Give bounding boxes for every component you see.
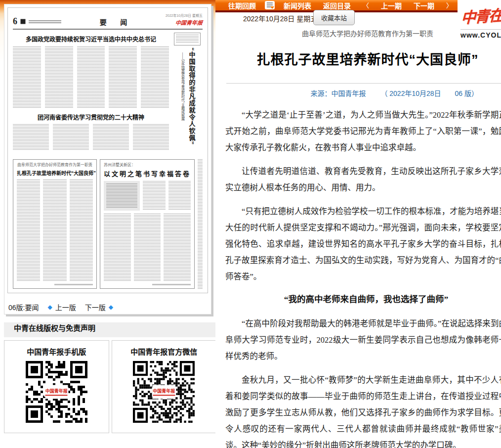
faux-text-column: [13, 46, 41, 109]
faux-text-column: [164, 214, 191, 281]
nav-item-past-issues[interactable]: 往期回顾: [228, 0, 256, 10]
article-issue-info: （ 2022年10月28日 06 版）: [380, 88, 478, 98]
prev-page-link[interactable]: ◆ 上一版: [47, 302, 76, 312]
faux-text-column: [53, 124, 89, 150]
qr-center-logo: 中国青年报: [152, 387, 176, 397]
vertical-article-kicker-box: [174, 33, 201, 45]
faux-text-column: [70, 179, 93, 281]
article-body: “大学之道是‘止于至善’之道，为人之师当做大先生。”2022年秋季新学期正式开始…: [215, 102, 501, 448]
nav-item-next-issue[interactable]: 下一期: [414, 0, 434, 10]
newspaper-page-image[interactable]: 6 要 闻 2022年10月28日 星期五 中国青年报 多国政党政要持续祝贺习近…: [7, 7, 208, 293]
newspaper-page-container: 6 要 闻 2022年10月28日 星期五 中国青年报 多国政党政要持续祝贺习近…: [4, 4, 211, 314]
paper-section-title: 要 闻: [94, 17, 133, 27]
faux-text-column: [198, 159, 203, 289]
box1-kicker: 曲阜师范大学把办好师范教育作为第一职责: [17, 163, 93, 168]
bookmark-site-button[interactable]: 收藏本站: [313, 10, 355, 25]
issue-list-icon[interactable]: [265, 1, 275, 9]
qr-box-mobile: 中国青年报手机版 中国青年报: [4, 340, 109, 433]
paper-article1-columns: [13, 46, 169, 109]
paper-headline-1: 多国政党政要持续祝贺习近平当选中共中央总书记: [13, 35, 169, 43]
faux-text-column: [13, 124, 49, 150]
article-subheading: “我的高中老师来自曲师，我也选择了曲师”: [225, 292, 501, 305]
article-paragraph: “大学之道是‘止于至善’之道，为人之师当做大先生。”2022年秋季新学期正式开始…: [225, 107, 501, 156]
site-logo[interactable]: 中青在线 www.CYOL.com: [458, 0, 501, 44]
paper-headline-2: 团河南省委传达学习贯彻党的二十大精神: [13, 113, 169, 121]
qr-center-logo: 中国青年报: [44, 387, 69, 397]
article-title: 扎根孔子故里培养新时代“大国良师”: [215, 49, 501, 68]
faux-text-column: [134, 214, 161, 281]
faux-text-column: [17, 179, 40, 281]
prev-issue-arrow-icon: 〈: [363, 0, 369, 10]
box2-headline: 以文明之笔书写幸福答卷: [104, 169, 191, 178]
article-source-row: 来源：中国青年报 （ 2022年10月28日 06 版）: [226, 83, 501, 98]
paper-page-number: 6: [13, 16, 17, 27]
copyright-heading: 中青在线版权与免责声明: [4, 322, 216, 337]
faux-text-column: [93, 124, 129, 150]
box1-headline: 扎根孔子故里培养新时代“大国良师”: [17, 169, 93, 177]
box1-byline: [54, 284, 93, 285]
paper-date-line: 2022年10月28日 星期五: [166, 13, 203, 18]
qr-wechat-title: 中国青年报官方微信: [112, 346, 216, 357]
newspaper-preview-panel: 6 要 闻 2022年10月28日 星期五 中国青年报 多国政党政要持续祝贺习近…: [0, 0, 215, 448]
faux-text-column: [43, 179, 66, 281]
site-logo-url: www.CYOL.com: [460, 29, 501, 39]
nav-item-back-to-contents[interactable]: 返回目录: [323, 0, 351, 10]
faux-text-column: [141, 46, 169, 109]
paper-article-box-2: 苏州浒墅关新区： 以文明之笔书写幸福答卷: [100, 159, 195, 289]
paper-article-box-1: 曲阜师范大学把办好师范教育作为第一职责 扎根孔子故里培养新时代“大国良师”: [13, 159, 97, 289]
faux-text-column: [109, 46, 137, 109]
header-date: 2022年10月28日 星期五: [243, 13, 317, 23]
next-page-link[interactable]: 下一版 ◆: [85, 302, 113, 312]
article-paragraph: 金秋九月，又一批心怀“教师梦”的大学新生走进曲阜师大，其中不少人有着和姜同学类似…: [225, 372, 501, 448]
article-paragraph: “在高中阶段对我帮助最大的韩港老师就是毕业于曲师。”在说起选择来到曲阜师大学习师…: [225, 315, 501, 364]
faux-text-column: [45, 46, 73, 109]
paper-vertical-subtitle: ——记外国嘉宾参观“奋进新时代”主题成就展: [181, 52, 185, 121]
paper-masthead-row: 6 要 闻 2022年10月28日 星期五 中国青年报: [13, 12, 203, 30]
qr-mobile-title: 中国青年报手机版: [4, 346, 109, 357]
article-paragraph: 让传道者先明道信道、教育者先受教育，生动反映出这所孔子家乡大学落实立德树人根本任…: [225, 163, 501, 196]
faux-text-column: [133, 124, 169, 150]
masthead-info-lines: [29, 19, 61, 24]
next-diamond-icon: ◆: [109, 304, 113, 311]
faux-text-column: [77, 46, 105, 109]
nav-item-prev-issue[interactable]: 上一期: [381, 0, 402, 10]
nav-item-news-list[interactable]: 新闻列表: [284, 0, 311, 10]
box2-quote-box: [104, 181, 140, 211]
article-source: 来源：中国青年报: [310, 88, 366, 98]
next-issue-arrow-icon: 〉: [446, 0, 453, 10]
box2-byline: [152, 284, 191, 285]
qr-box-wechat: 中国青年报官方微信 中国青年报: [112, 340, 217, 433]
site-logo-text: 中青在线: [457, 1, 501, 28]
faux-text-column: [168, 181, 191, 211]
box2-kicker: 苏州浒墅关新区：: [104, 163, 191, 168]
article-paragraph: “只有把立德树人成效作为检验学校一切工作的根本标准，才能为培养堪当大任的时代新人…: [225, 203, 501, 285]
article-area: 曲阜师范大学把办好师范教育作为第一职责 扎根孔子故里培养新时代“大国良师” 来源…: [215, 12, 501, 448]
faux-text-column: [143, 181, 165, 211]
paper-footer-page-label: 06版:要闻: [8, 302, 39, 312]
faux-text-column: [104, 214, 131, 281]
paper-vertical-headline: “中国取得的非凡成就令人钦佩”: [188, 47, 196, 145]
paper-masthead-logo: 中国青年报: [175, 18, 203, 26]
masthead-seal-icon: [20, 18, 26, 25]
prev-diamond-icon: ◆: [47, 304, 52, 311]
paper-vertical-article: “中国取得的非凡成就令人钦佩” ——记外国嘉宾参观“奋进新时代”主题成就展: [172, 32, 203, 155]
paper-article2-columns: [13, 124, 169, 150]
